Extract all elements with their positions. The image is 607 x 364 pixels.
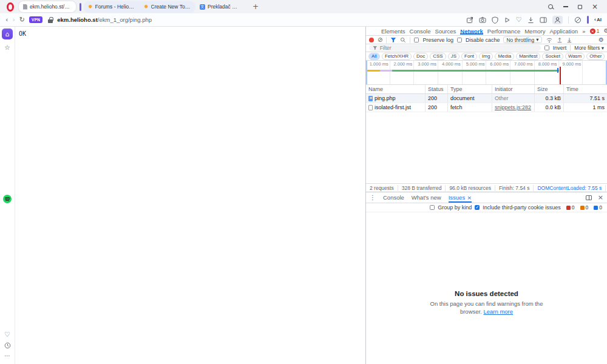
col-initiator[interactable]: Initiator [492,85,535,93]
close-tab-icon[interactable]: × [467,195,472,201]
forward-button[interactable]: › [12,16,15,23]
tab-sources[interactable]: Sources [435,27,456,35]
invert-label: Invert [553,45,567,51]
tab-network[interactable]: Network [460,27,483,35]
new-tab-button[interactable]: + [250,3,261,10]
maximize-button[interactable] [578,5,582,9]
funnel-icon [373,46,378,50]
close-button[interactable]: × [592,3,598,10]
chip-js[interactable]: JS [448,53,459,60]
drawer-tab-whats-new[interactable]: What's new [412,192,441,203]
opera-logo[interactable] [7,2,14,12]
spotify-icon[interactable] [2,194,12,204]
aria-ai-button[interactable]: ‹ AI [594,17,602,22]
warning-severity-icon [580,206,585,210]
profile-button[interactable] [552,16,563,24]
chip-media[interactable]: Media [495,53,514,60]
tab-active-ping[interactable]: ekm.helioho.st/ekm_1_org [19,1,76,12]
network-overview-timeline[interactable]: 1.000 ms 2.000 ms 3.000 ms 4.000 ms 5.00… [366,61,607,85]
network-conditions-icon[interactable] [546,37,553,43]
tab-console[interactable]: Console [410,27,431,35]
col-time[interactable]: Time [564,85,607,93]
record-button[interactable] [369,38,374,42]
col-status[interactable]: Status [426,85,448,93]
more-tabs-icon[interactable]: » [582,28,586,35]
throttling-select[interactable]: No throttling ▾ [503,36,541,43]
info-count-badge: 0 [594,204,602,211]
player-icon[interactable] [504,16,510,24]
sidebar-toggle-bar[interactable] [587,16,589,24]
load-marker [560,67,561,84]
snapshot-camera-icon[interactable] [479,16,486,24]
initiator-link[interactable]: snippets.js:282 [495,104,531,110]
table-row[interactable]: isolated-first.jst 200 fetch snippets.js… [366,103,607,112]
tab-translate[interactable]: 文 Prekladač Google [195,1,244,12]
filter-funnel-icon[interactable] [390,37,396,43]
vpn-badge[interactable]: VPN [29,16,42,23]
url-field[interactable]: ekm.helioho.st/ekm_1_org/ping.php [57,16,152,23]
tab-forums[interactable]: ✹ Forums - HelioNet [84,1,140,12]
search-network-icon[interactable] [400,37,406,43]
drawer-tab-console[interactable]: Console [383,192,404,203]
info-severity-icon [594,206,598,210]
tab-performance[interactable]: Performance [487,27,520,35]
chip-wasm[interactable]: Wasm [565,53,585,60]
drawer-tab-issues[interactable]: Issues × [449,192,472,203]
more-options-icon[interactable]: ⋯ [4,353,10,359]
invert-checkbox[interactable] [544,46,549,50]
network-settings-gear-icon[interactable]: ⚙ [599,37,604,43]
reload-button[interactable]: ↻ [19,16,25,23]
download-icon[interactable] [527,16,534,24]
table-row[interactable]: ping.php 200 document Other 0.3 kB 7.51 … [366,94,607,103]
clear-log-icon[interactable]: ⊘ [378,37,382,43]
start-page-button[interactable]: ⌂ [2,29,13,39]
content-blocker-icon[interactable] [574,16,582,24]
preserve-log-checkbox[interactable] [414,38,419,42]
chip-other[interactable]: Other [586,53,605,60]
disable-cache-checkbox[interactable] [457,38,462,42]
minimize-button[interactable] [563,6,568,7]
file-icon [368,105,373,110]
drawer-menu-icon[interactable]: ⋮ [370,195,376,201]
history-clock-icon[interactable] [4,342,11,349]
more-filters-button[interactable]: More filters ▾ [574,45,604,51]
tab-elements[interactable]: Elements [381,27,405,35]
export-har-icon[interactable] [566,37,572,43]
settings-gear-icon[interactable]: ⚙ [604,28,607,34]
filter-input[interactable] [380,45,537,51]
import-har-icon[interactable] [557,37,563,43]
error-counter[interactable]: ✕ 1 [590,28,600,34]
drawer-close-icon[interactable]: × [598,194,603,201]
shield-icon[interactable] [492,16,498,24]
chip-css[interactable]: CSS [430,53,446,60]
chip-fetch-xhr[interactable]: Fetch/XHR [382,53,412,60]
chip-font[interactable]: Font [461,53,477,60]
bookmark-heart-icon[interactable]: ♡ [516,16,522,23]
chip-doc[interactable]: Doc [413,53,428,60]
col-size[interactable]: Size [535,85,564,93]
group-by-kind-checkbox[interactable] [430,205,435,210]
overview-handle-left[interactable] [366,61,367,84]
bookmarks-star-icon[interactable]: ☆ [4,44,10,51]
tab-create-topic[interactable]: ✹ Create New Topic - Helio [140,1,195,12]
split-panel-icon[interactable] [586,195,592,200]
chip-all[interactable]: All [368,53,380,60]
back-button[interactable]: ‹ [5,16,8,23]
third-party-checkbox[interactable]: ✓ [475,205,480,210]
chip-img[interactable]: Img [479,53,493,60]
favorites-heart-icon[interactable]: ♡ [4,331,10,338]
share-icon[interactable] [466,16,473,24]
col-type[interactable]: Type [448,85,492,93]
learn-more-link[interactable]: Learn more [483,308,513,315]
lock-icon[interactable] [48,17,53,23]
tab-application[interactable]: Application [550,27,578,35]
chip-socket[interactable]: Socket [542,53,563,60]
network-toolbar: ⊘ Preserve log Disable cache No throttli… [366,36,607,44]
tab-memory[interactable]: Memory [524,27,545,35]
chip-manifest[interactable]: Manifest [516,53,540,60]
summary-resources: 96.0 kB resources [446,185,495,191]
col-name[interactable]: Name [366,85,426,93]
search-icon[interactable] [548,4,554,10]
panels-icon[interactable] [540,16,547,24]
filter-input-box[interactable] [369,45,541,51]
